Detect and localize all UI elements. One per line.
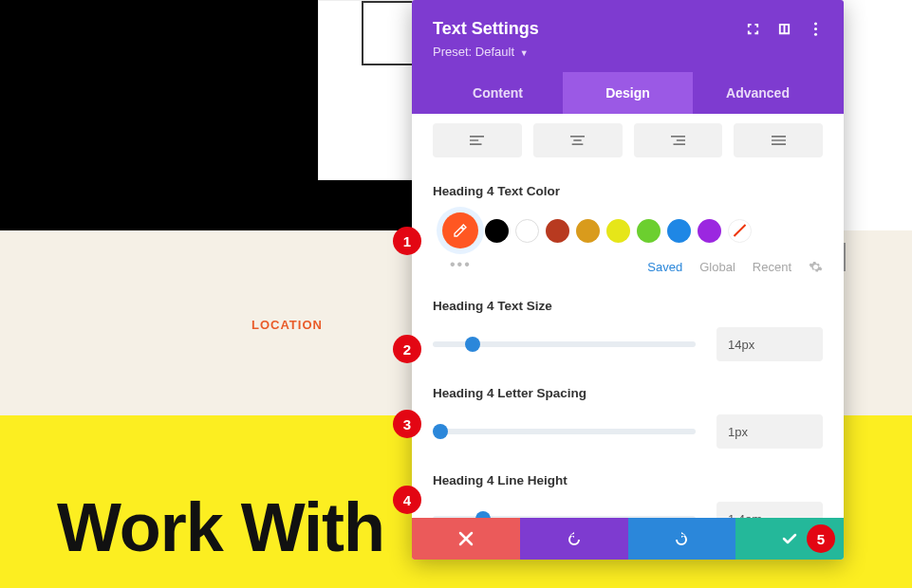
panel-body: Heading 4 Text Color ••• Saved Global Re… (412, 114, 844, 518)
page-headline: Work With (57, 488, 384, 566)
swatch-purple[interactable] (698, 219, 721, 243)
letter-spacing-thumb[interactable] (433, 424, 448, 439)
check-icon (782, 531, 797, 546)
line-height-input[interactable]: 1.4em (717, 502, 823, 518)
expand-icon[interactable] (746, 22, 760, 36)
undo-icon (567, 531, 582, 546)
preset-label: Preset: (433, 45, 472, 59)
color-picker-button[interactable] (442, 212, 478, 248)
svg-point-0 (814, 22, 817, 25)
redo-icon (674, 531, 689, 546)
gear-icon[interactable] (809, 260, 823, 274)
panel-action-bar (412, 518, 844, 560)
location-heading: LOCATION (251, 318, 323, 332)
kebab-menu-icon[interactable] (809, 22, 823, 36)
tab-advanced[interactable]: Advanced (693, 72, 823, 114)
close-icon (458, 531, 474, 546)
align-center-button[interactable] (533, 123, 623, 157)
preset-selector[interactable]: Preset: Default ▼ (433, 45, 823, 59)
preset-value: Default (475, 45, 514, 59)
tab-content[interactable]: Content (433, 72, 563, 114)
swatch-black[interactable] (485, 219, 509, 243)
tab-design[interactable]: Design (563, 72, 693, 114)
letter-spacing-slider[interactable] (433, 429, 696, 434)
line-height-slider[interactable] (433, 516, 696, 518)
svg-point-2 (814, 33, 817, 36)
more-swatches-icon[interactable]: ••• (450, 256, 472, 272)
chevron-down-icon: ▼ (520, 48, 529, 58)
text-align-row (433, 123, 823, 157)
panel-header: Text Settings Preset: Default ▼ Content … (412, 0, 844, 114)
layout-icon[interactable] (777, 22, 791, 36)
text-size-thumb[interactable] (465, 337, 480, 352)
palette-tab-recent[interactable]: Recent (753, 260, 791, 274)
step-marker-4: 4 (393, 486, 421, 514)
swatch-white[interactable] (515, 219, 539, 243)
swatch-yellow[interactable] (606, 219, 630, 243)
svg-point-1 (814, 28, 817, 30)
eyedropper-icon (453, 223, 468, 238)
letter-spacing-input[interactable]: 1px (717, 414, 823, 449)
align-justify-button[interactable] (734, 123, 823, 157)
redo-button[interactable] (628, 518, 736, 560)
color-palette-tabs: Saved Global Recent (433, 260, 823, 274)
swatch-amber[interactable] (576, 219, 600, 243)
palette-tab-global[interactable]: Global (699, 260, 735, 274)
step-marker-3: 3 (393, 410, 421, 438)
panel-title: Text Settings (433, 19, 539, 39)
step-marker-2: 2 (393, 335, 421, 363)
text-settings-panel: Text Settings Preset: Default ▼ Content … (412, 0, 844, 560)
swatch-blue[interactable] (667, 219, 691, 243)
line-height-label: Heading 4 Line Height (433, 473, 823, 487)
text-size-input[interactable]: 14px (717, 327, 823, 361)
step-marker-1: 1 (393, 227, 421, 255)
swatch-maroon[interactable] (546, 219, 569, 243)
swatch-none[interactable] (728, 219, 752, 243)
line-height-thumb[interactable] (475, 511, 491, 518)
text-size-slider[interactable] (433, 341, 696, 347)
align-left-button[interactable] (433, 123, 522, 157)
color-swatch-row (433, 212, 823, 248)
align-right-button[interactable] (634, 123, 723, 157)
swatch-green[interactable] (637, 219, 661, 243)
undo-button[interactable] (520, 518, 628, 560)
heading-color-label: Heading 4 Text Color (433, 184, 823, 198)
palette-tab-saved[interactable]: Saved (647, 260, 682, 274)
letter-spacing-label: Heading 4 Letter Spacing (433, 386, 823, 400)
cancel-button[interactable] (412, 518, 520, 560)
step-marker-5: 5 (807, 524, 835, 553)
heading-size-label: Heading 4 Text Size (433, 299, 823, 313)
